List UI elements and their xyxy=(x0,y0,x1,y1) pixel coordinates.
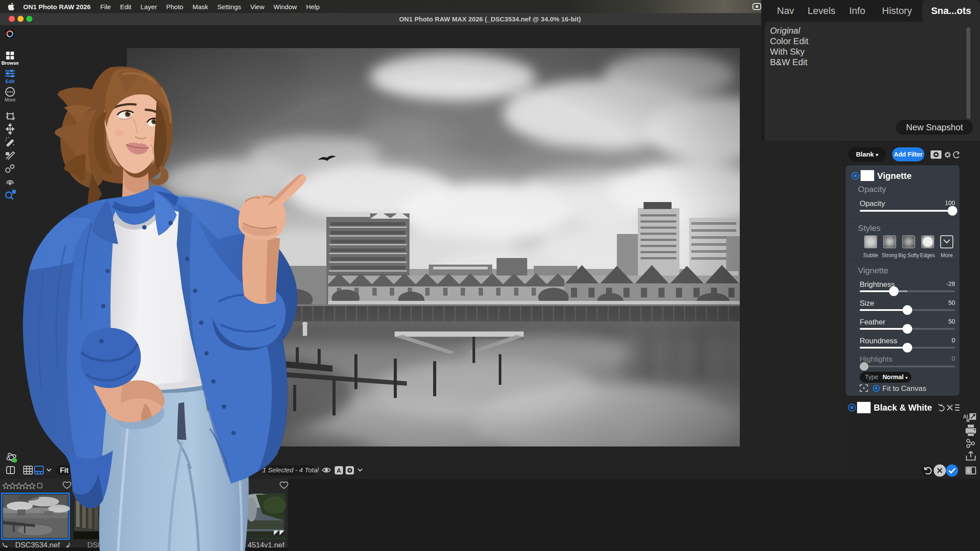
svg-text:Edges: Edges xyxy=(920,252,935,258)
svg-text:More: More xyxy=(4,97,15,102)
svg-text:More: More xyxy=(941,252,953,258)
svg-text:Strong: Strong xyxy=(882,252,897,258)
svg-text:Browse: Browse xyxy=(1,60,19,66)
svg-text:1 Selected - 4 Total: 1 Selected - 4 Total xyxy=(262,466,319,474)
svg-text:100: 100 xyxy=(71,467,83,474)
svg-text:AI: AI xyxy=(963,414,968,420)
svg-text:Subtle: Subtle xyxy=(863,252,878,258)
svg-text:Edit: Edit xyxy=(6,79,15,84)
svg-text:Big Softy: Big Softy xyxy=(898,252,919,258)
svg-text:Black & White: Black & White xyxy=(874,403,932,412)
svg-text:Fit: Fit xyxy=(60,467,69,474)
svg-text:Fit to Canvas: Fit to Canvas xyxy=(882,384,926,393)
svg-text:A: A xyxy=(337,467,341,474)
svg-text:Vignette: Vignette xyxy=(877,171,912,181)
